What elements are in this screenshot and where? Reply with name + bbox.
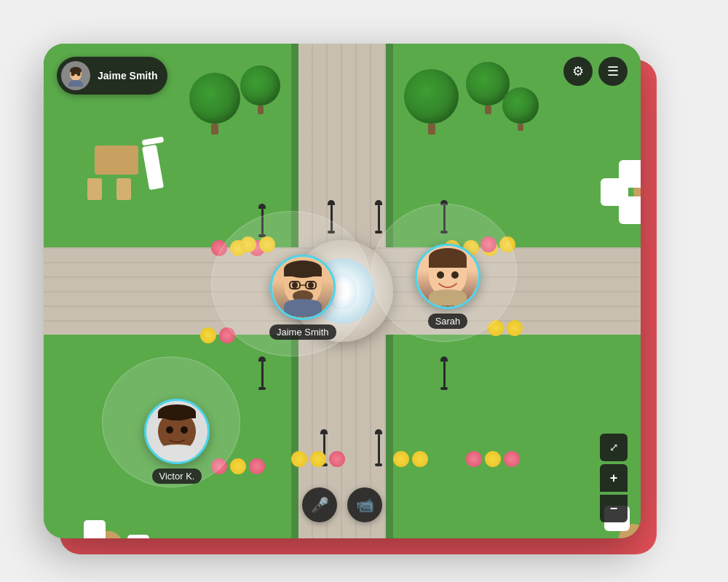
park-background: Jaime Smith [44, 44, 641, 538]
tree [502, 87, 539, 131]
settings-button[interactable]: ⚙ [563, 57, 593, 86]
bottom-controls: 🎤 📹 [302, 487, 382, 522]
svg-point-8 [308, 282, 314, 288]
lamp-post [440, 356, 448, 390]
svg-rect-11 [429, 258, 467, 268]
user-badge[interactable]: Jaime Smith [57, 57, 167, 95]
top-controls: ⚙ ☰ [563, 57, 628, 86]
user-badge-avatar [61, 61, 90, 90]
avatar-jaime-label: Jaime Smith [269, 324, 336, 340]
svg-point-13 [451, 271, 459, 279]
svg-point-21 [71, 73, 75, 76]
avatar-sarah-map[interactable]: Sarah [415, 244, 480, 329]
lamp-post [375, 429, 382, 466]
expand-button[interactable]: ⤢ [600, 434, 628, 461]
svg-rect-2 [284, 269, 322, 276]
zoom-in-button[interactable]: + [600, 464, 628, 492]
camera-button[interactable]: 📹 [347, 487, 382, 522]
svg-rect-16 [158, 412, 196, 418]
main-app-window: Jaime Smith [44, 44, 641, 538]
zoom-controls: ⤢ + − [600, 434, 628, 522]
lamp-post [375, 200, 382, 234]
flower-bush [393, 451, 428, 467]
tree [240, 65, 280, 114]
tree [404, 69, 459, 135]
avatar-jaime-map[interactable]: Jaime Smith [269, 255, 336, 340]
avatar-victor-map[interactable]: Victor K. [144, 399, 210, 484]
avatar-sarah-label: Sarah [428, 314, 468, 329]
menu-button[interactable]: ☰ [598, 57, 628, 86]
mic-button[interactable]: 🎤 [302, 487, 337, 522]
svg-point-22 [77, 73, 81, 76]
tree [189, 73, 240, 135]
zoom-out-button[interactable]: − [600, 495, 628, 522]
avatar-victor-label: Victor K. [152, 469, 202, 484]
svg-point-7 [292, 282, 298, 288]
flower-bush [291, 451, 345, 467]
svg-point-17 [166, 426, 173, 434]
flower-bush [466, 451, 520, 467]
user-badge-name: Jaime Smith [98, 70, 157, 81]
lamp-post [258, 356, 266, 390]
svg-point-12 [437, 271, 444, 279]
svg-point-18 [181, 426, 188, 434]
